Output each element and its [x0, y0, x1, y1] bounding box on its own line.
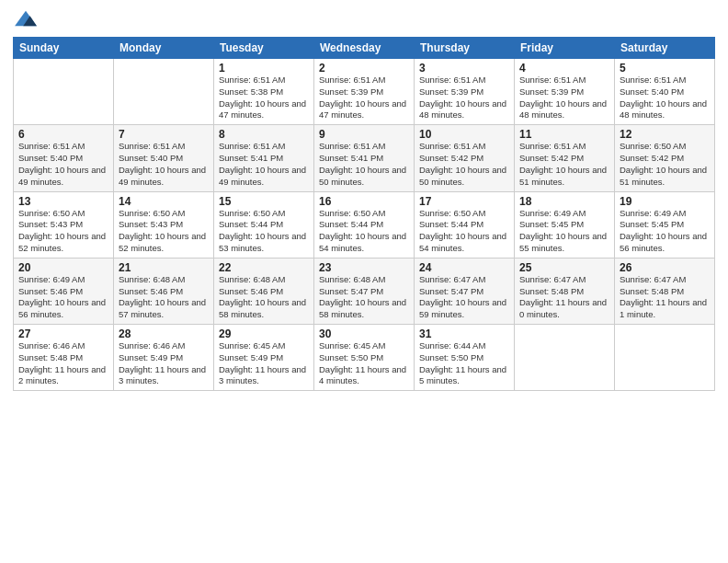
day-info: Sunrise: 6:46 AM Sunset: 5:49 PM Dayligh…: [119, 340, 209, 387]
day-number: 1: [219, 62, 309, 75]
day-info: Sunrise: 6:51 AM Sunset: 5:39 PM Dayligh…: [319, 75, 409, 121]
day-info: Sunrise: 6:49 AM Sunset: 5:45 PM Dayligh…: [519, 208, 609, 255]
day-cell: 18Sunrise: 6:49 AM Sunset: 5:45 PM Dayli…: [515, 191, 615, 258]
day-cell: 11Sunrise: 6:51 AM Sunset: 5:42 PM Dayli…: [515, 125, 615, 191]
day-cell: 13Sunrise: 6:50 AM Sunset: 5:43 PM Dayli…: [14, 191, 114, 258]
day-number: 24: [419, 261, 509, 274]
day-number: 29: [219, 327, 309, 340]
day-number: 7: [119, 128, 209, 141]
day-number: 18: [519, 195, 609, 208]
day-number: 11: [519, 128, 609, 141]
day-cell: 17Sunrise: 6:50 AM Sunset: 5:44 PM Dayli…: [415, 191, 515, 258]
weekday-header: Saturday: [615, 38, 715, 59]
day-number: 31: [419, 327, 509, 340]
weekday-header: Sunday: [14, 38, 114, 59]
weekday-header-row: SundayMondayTuesdayWednesdayThursdayFrid…: [14, 38, 715, 59]
day-cell: 4Sunrise: 6:51 AM Sunset: 5:39 PM Daylig…: [515, 59, 615, 125]
day-cell: 8Sunrise: 6:51 AM Sunset: 5:41 PM Daylig…: [214, 125, 314, 191]
day-cell: 29Sunrise: 6:45 AM Sunset: 5:49 PM Dayli…: [214, 325, 314, 391]
day-info: Sunrise: 6:50 AM Sunset: 5:44 PM Dayligh…: [419, 208, 509, 255]
day-info: Sunrise: 6:49 AM Sunset: 5:45 PM Dayligh…: [620, 208, 710, 255]
day-info: Sunrise: 6:44 AM Sunset: 5:50 PM Dayligh…: [419, 340, 509, 387]
day-cell: 30Sunrise: 6:45 AM Sunset: 5:50 PM Dayli…: [314, 325, 415, 391]
day-cell: [615, 325, 715, 391]
day-info: Sunrise: 6:50 AM Sunset: 5:42 PM Dayligh…: [620, 141, 710, 188]
day-cell: 22Sunrise: 6:48 AM Sunset: 5:46 PM Dayli…: [214, 258, 314, 324]
week-row: 20Sunrise: 6:49 AM Sunset: 5:46 PM Dayli…: [14, 258, 715, 324]
day-cell: 21Sunrise: 6:48 AM Sunset: 5:46 PM Dayli…: [114, 258, 214, 324]
day-number: 22: [219, 261, 309, 274]
week-row: 6Sunrise: 6:51 AM Sunset: 5:40 PM Daylig…: [14, 125, 715, 191]
day-number: 5: [620, 62, 710, 75]
day-cell: 5Sunrise: 6:51 AM Sunset: 5:40 PM Daylig…: [615, 59, 715, 125]
weekday-header: Monday: [114, 38, 214, 59]
day-cell: 3Sunrise: 6:51 AM Sunset: 5:39 PM Daylig…: [415, 59, 515, 125]
day-cell: 7Sunrise: 6:51 AM Sunset: 5:40 PM Daylig…: [114, 125, 214, 191]
day-cell: 12Sunrise: 6:50 AM Sunset: 5:42 PM Dayli…: [615, 125, 715, 191]
day-cell: 1Sunrise: 6:51 AM Sunset: 5:38 PM Daylig…: [214, 59, 314, 125]
day-cell: 10Sunrise: 6:51 AM Sunset: 5:42 PM Dayli…: [415, 125, 515, 191]
day-info: Sunrise: 6:51 AM Sunset: 5:39 PM Dayligh…: [419, 75, 509, 121]
day-info: Sunrise: 6:45 AM Sunset: 5:50 PM Dayligh…: [319, 340, 409, 387]
day-cell: 15Sunrise: 6:50 AM Sunset: 5:44 PM Dayli…: [214, 191, 314, 258]
day-number: 14: [119, 195, 209, 208]
day-number: 12: [620, 128, 710, 141]
week-row: 13Sunrise: 6:50 AM Sunset: 5:43 PM Dayli…: [14, 191, 715, 258]
day-cell: 23Sunrise: 6:48 AM Sunset: 5:47 PM Dayli…: [314, 258, 415, 324]
day-cell: 2Sunrise: 6:51 AM Sunset: 5:39 PM Daylig…: [314, 59, 415, 125]
day-info: Sunrise: 6:50 AM Sunset: 5:43 PM Dayligh…: [18, 208, 108, 255]
day-cell: 9Sunrise: 6:51 AM Sunset: 5:41 PM Daylig…: [314, 125, 415, 191]
day-info: Sunrise: 6:46 AM Sunset: 5:48 PM Dayligh…: [18, 340, 108, 387]
weekday-header: Friday: [515, 38, 615, 59]
day-number: 19: [620, 195, 710, 208]
day-info: Sunrise: 6:50 AM Sunset: 5:44 PM Dayligh…: [219, 208, 309, 255]
day-info: Sunrise: 6:51 AM Sunset: 5:41 PM Dayligh…: [219, 141, 309, 188]
day-cell: 25Sunrise: 6:47 AM Sunset: 5:48 PM Dayli…: [515, 258, 615, 324]
day-number: 16: [319, 195, 409, 208]
weekday-header: Thursday: [415, 38, 515, 59]
day-number: 4: [519, 62, 609, 75]
day-number: 26: [620, 261, 710, 274]
day-number: 25: [519, 261, 609, 274]
day-number: 2: [319, 62, 409, 75]
logo-icon: [13, 9, 39, 29]
day-info: Sunrise: 6:51 AM Sunset: 5:42 PM Dayligh…: [519, 141, 609, 188]
day-info: Sunrise: 6:47 AM Sunset: 5:48 PM Dayligh…: [519, 274, 609, 321]
day-cell: 16Sunrise: 6:50 AM Sunset: 5:44 PM Dayli…: [314, 191, 415, 258]
weekday-header: Wednesday: [314, 38, 415, 59]
day-info: Sunrise: 6:45 AM Sunset: 5:49 PM Dayligh…: [219, 340, 309, 387]
day-info: Sunrise: 6:47 AM Sunset: 5:47 PM Dayligh…: [419, 274, 509, 321]
day-number: 6: [18, 128, 108, 141]
header: [13, 9, 715, 29]
calendar: SundayMondayTuesdayWednesdayThursdayFrid…: [13, 37, 715, 391]
week-row: 27Sunrise: 6:46 AM Sunset: 5:48 PM Dayli…: [14, 325, 715, 391]
page: SundayMondayTuesdayWednesdayThursdayFrid…: [0, 0, 728, 563]
day-number: 10: [419, 128, 509, 141]
day-number: 28: [119, 327, 209, 340]
day-cell: 14Sunrise: 6:50 AM Sunset: 5:43 PM Dayli…: [114, 191, 214, 258]
day-number: 13: [18, 195, 108, 208]
day-number: 17: [419, 195, 509, 208]
day-cell: 28Sunrise: 6:46 AM Sunset: 5:49 PM Dayli…: [114, 325, 214, 391]
day-number: 3: [419, 62, 509, 75]
day-cell: 26Sunrise: 6:47 AM Sunset: 5:48 PM Dayli…: [615, 258, 715, 324]
day-info: Sunrise: 6:50 AM Sunset: 5:44 PM Dayligh…: [319, 208, 409, 255]
day-info: Sunrise: 6:51 AM Sunset: 5:40 PM Dayligh…: [119, 141, 209, 188]
day-cell: 6Sunrise: 6:51 AM Sunset: 5:40 PM Daylig…: [14, 125, 114, 191]
day-number: 8: [219, 128, 309, 141]
day-info: Sunrise: 6:51 AM Sunset: 5:38 PM Dayligh…: [219, 75, 309, 121]
day-info: Sunrise: 6:49 AM Sunset: 5:46 PM Dayligh…: [18, 274, 108, 321]
day-info: Sunrise: 6:51 AM Sunset: 5:40 PM Dayligh…: [620, 75, 710, 121]
day-cell: 27Sunrise: 6:46 AM Sunset: 5:48 PM Dayli…: [14, 325, 114, 391]
day-number: 27: [18, 327, 108, 340]
day-number: 23: [319, 261, 409, 274]
day-number: 20: [18, 261, 108, 274]
day-info: Sunrise: 6:51 AM Sunset: 5:42 PM Dayligh…: [419, 141, 509, 188]
weekday-header: Tuesday: [214, 38, 314, 59]
day-cell: [14, 59, 114, 125]
day-cell: [515, 325, 615, 391]
logo: [13, 9, 42, 29]
day-number: 9: [319, 128, 409, 141]
day-cell: 31Sunrise: 6:44 AM Sunset: 5:50 PM Dayli…: [415, 325, 515, 391]
day-info: Sunrise: 6:48 AM Sunset: 5:46 PM Dayligh…: [119, 274, 209, 321]
